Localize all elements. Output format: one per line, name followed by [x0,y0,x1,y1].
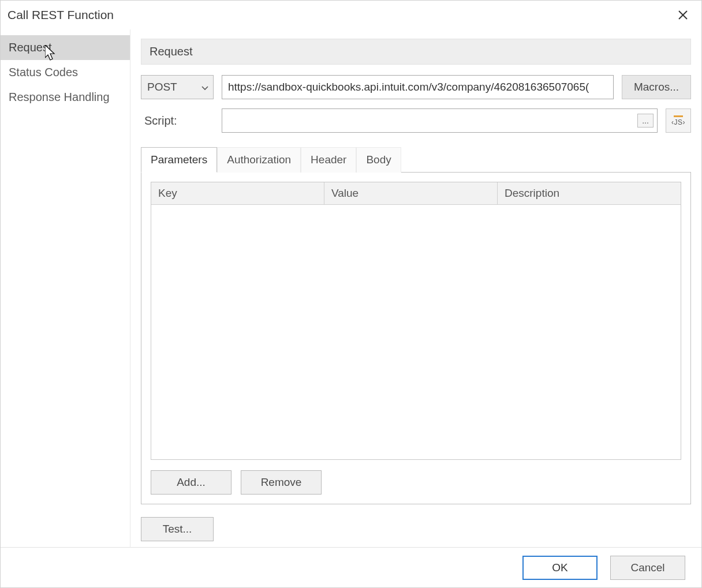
tab-panel-parameters: Key Value Description Add... Remove [141,172,691,504]
tab-parameters[interactable]: Parameters [141,147,217,173]
close-icon [678,10,688,20]
test-button[interactable]: Test... [141,517,214,541]
chevron-down-icon [201,81,208,93]
tab-header[interactable]: Header [301,147,356,173]
sidebar-item-label: Status Codes [9,66,78,78]
sidebar-item-response-handling[interactable]: Response Handling [1,85,130,110]
dialog-title: Call REST Function [8,8,671,22]
ellipsis-icon: ... [642,116,649,125]
url-input[interactable] [222,75,614,99]
section-header: Request [141,39,691,65]
add-button-label: Add... [177,476,206,489]
sidebar: Request Status Codes Response Handling [1,29,130,547]
sidebar-item-request[interactable]: Request [1,35,130,60]
cancel-button[interactable]: Cancel [610,556,685,580]
script-input[interactable]: ... [222,108,658,133]
tab-authorization[interactable]: Authorization [217,147,301,173]
remove-button-label: Remove [261,476,302,489]
method-url-row: POST Macros... [141,75,691,99]
tab-label: Body [366,153,391,166]
main-panel: Request POST Macros... Script: [130,29,701,547]
ok-button[interactable]: OK [522,556,598,580]
dialog-footer: OK Cancel [1,547,701,587]
sidebar-item-label: Response Handling [9,91,110,103]
tabstrip: Parameters Authorization Header Body [141,147,691,172]
grid-buttons-row: Add... Remove [151,470,681,495]
sidebar-item-label: Request [9,41,52,54]
dialog-body: Request Status Codes Response Handling R… [1,29,701,547]
grid-col-key[interactable]: Key [151,182,324,204]
tabs-area: Parameters Authorization Header Body [141,147,691,504]
add-button[interactable]: Add... [151,470,231,495]
http-method-value: POST [147,81,177,93]
test-row: Test... [141,517,691,541]
js-icon: ‹JS› [671,115,685,126]
grid-body[interactable] [151,205,681,459]
titlebar: Call REST Function [1,1,701,29]
sidebar-item-status-codes[interactable]: Status Codes [1,60,130,85]
tab-label: Parameters [151,153,207,166]
script-browse-button[interactable]: ... [637,114,654,128]
tab-body[interactable]: Body [356,147,401,173]
grid-col-description[interactable]: Description [498,182,681,204]
grid-col-value[interactable]: Value [324,182,498,204]
remove-button[interactable]: Remove [241,470,322,495]
macros-button[interactable]: Macros... [622,75,691,99]
macros-button-label: Macros... [634,81,679,93]
ok-button-label: OK [552,561,567,574]
script-row: Script: ... ‹JS› [141,108,691,133]
dialog-call-rest-function: Call REST Function Request Status Codes … [0,0,702,588]
close-button[interactable] [671,3,694,27]
parameters-grid[interactable]: Key Value Description [151,182,681,460]
script-label: Script: [141,114,214,128]
script-editor-button[interactable]: ‹JS› [666,108,691,133]
tab-label: Authorization [227,153,291,166]
tab-label: Header [311,153,346,166]
cancel-button-label: Cancel [630,561,664,574]
grid-header: Key Value Description [151,182,681,205]
test-button-label: Test... [163,523,192,535]
http-method-select[interactable]: POST [141,75,214,99]
